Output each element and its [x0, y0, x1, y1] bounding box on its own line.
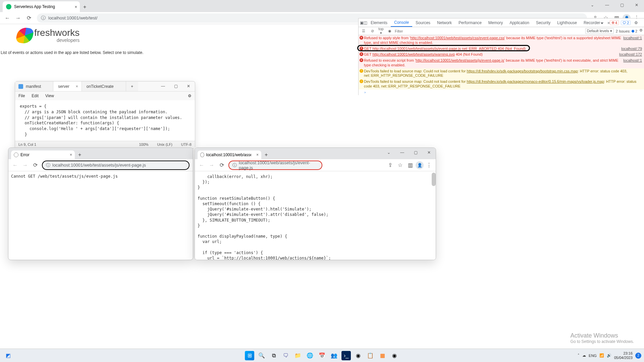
tab-lighthouse[interactable]: Lighthouse	[554, 18, 580, 27]
context-selector[interactable]: top ▾	[377, 27, 385, 35]
menu-view[interactable]: View	[45, 94, 54, 98]
taskview-icon[interactable]: ⧉	[269, 351, 278, 360]
sidebar-toggle-icon[interactable]: ☰	[360, 29, 367, 33]
editor-content[interactable]: exports = { // args is a JSON block cont…	[15, 100, 195, 141]
console-error-row[interactable]: ✕ Refused to apply style from 'http://lo…	[359, 35, 644, 46]
notification-badge[interactable]: 2	[635, 353, 641, 359]
dropdown-icon[interactable]: ⌄	[585, 0, 600, 10]
chat-icon[interactable]: 🗨	[281, 351, 290, 360]
tab-memory[interactable]: Memory	[485, 18, 506, 27]
maximize-icon[interactable]: ▢	[169, 81, 182, 91]
browser-tab-serverless[interactable]: Serverless App Testing ×	[3, 1, 80, 12]
console-filter-input[interactable]	[395, 29, 584, 33]
close-icon[interactable]: ×	[256, 153, 259, 157]
issues-badge[interactable]: 2 Issues: 2	[616, 28, 637, 34]
menu-file[interactable]: File	[18, 94, 25, 98]
tab-server[interactable]: server×	[53, 81, 82, 91]
chrome-icon[interactable]: ◉	[390, 351, 399, 360]
terminal-icon[interactable]: ›_	[341, 351, 351, 360]
wifi-icon[interactable]: 📶	[599, 353, 604, 358]
bookmark-icon[interactable]: ☆	[395, 161, 405, 170]
tab-sources[interactable]: Sources	[412, 18, 434, 27]
onedrive-icon[interactable]: ☁	[582, 353, 586, 358]
forward-button[interactable]: →	[13, 13, 23, 23]
minimize-icon[interactable]: —	[600, 0, 614, 10]
inspect-icon[interactable]: ◫	[364, 20, 367, 25]
maximize-icon[interactable]: ▢	[614, 0, 629, 10]
log-levels-selector[interactable]: Default levels ▾	[585, 28, 614, 34]
source-link[interactable]: localhost/:79	[621, 47, 642, 51]
kebab-icon[interactable]: ⋮	[641, 20, 644, 25]
console-error-row[interactable]: ✕ Refused to execute script from 'http:/…	[359, 58, 644, 68]
tab-performance[interactable]: Performance	[455, 18, 485, 27]
minimize-icon[interactable]: —	[157, 81, 169, 91]
tab-onticketcreate[interactable]: onTicketCreate	[82, 81, 126, 91]
system-clock[interactable]: 23:16 05/04/2023	[614, 351, 633, 359]
close-icon[interactable]: ×	[70, 153, 72, 157]
tab-manifest[interactable]: manifest	[15, 81, 53, 91]
tab-recorder[interactable]: Recorder 🞃	[580, 18, 607, 27]
info-icon[interactable]: ⓘ	[46, 162, 50, 168]
close-icon[interactable]: ✕	[629, 0, 644, 10]
tab-console[interactable]: Console	[391, 18, 412, 27]
reload-button[interactable]: ⟳	[24, 13, 34, 23]
tab-elements[interactable]: Elements	[367, 18, 391, 27]
url-bar[interactable]: ⓘ localhost:10001/web/assets/js/event-pa…	[228, 161, 322, 170]
browser-tab-js[interactable]: localhost:10001/web/assets/js/e ×	[198, 150, 261, 159]
file-explorer-icon[interactable]: 📁	[293, 351, 303, 360]
reload-button[interactable]: ⟳	[31, 161, 40, 170]
console-warn-row[interactable]: ! DevTools failed to load source map: Co…	[359, 68, 644, 79]
console-warn-row[interactable]: ! DevTools failed to load source map: Co…	[359, 79, 644, 89]
tab-network[interactable]: Network	[434, 18, 455, 27]
chevron-up-icon[interactable]: ˄	[578, 353, 580, 358]
close-icon[interactable]: ✕	[182, 81, 195, 91]
live-expression-icon[interactable]: ◉	[386, 29, 393, 33]
tab-security[interactable]: Security	[533, 18, 554, 27]
source-link[interactable]: localhost/:1	[623, 36, 642, 45]
back-button[interactable]: ←	[3, 13, 12, 23]
source-link[interactable]: localhost/:172	[619, 52, 642, 57]
gear-icon[interactable]: ⚙	[639, 28, 643, 34]
share-icon[interactable]: ⇪	[385, 161, 395, 170]
more-tabs-icon[interactable]: »	[607, 20, 610, 25]
scrollbar-thumb[interactable]	[432, 173, 436, 186]
device-toolbar-icon[interactable]: ▣	[360, 20, 364, 25]
menu-edit[interactable]: Edit	[32, 94, 39, 98]
chrome-icon[interactable]: ◉	[354, 351, 363, 360]
dropdown-icon[interactable]: ⌄	[382, 148, 395, 157]
close-icon[interactable]: ×	[74, 4, 77, 9]
maximize-icon[interactable]: ▢	[409, 148, 422, 157]
sidepanel-icon[interactable]: ▥	[406, 161, 415, 170]
close-icon[interactable]: ×	[76, 84, 78, 89]
message-count-badge[interactable]: 🗩2	[621, 20, 631, 25]
tab-application[interactable]: Application	[506, 18, 533, 27]
menu-icon[interactable]: ⋮	[424, 161, 434, 170]
info-icon[interactable]: ⓘ	[232, 162, 237, 168]
profile-avatar[interactable]: 👤	[416, 161, 424, 169]
url-bar[interactable]: ⓘ localhost:10001/web/test/assets/js/eve…	[42, 161, 190, 170]
widgets-icon[interactable]: ◩	[3, 351, 13, 360]
new-tab-button[interactable]: +	[261, 150, 271, 159]
gear-icon[interactable]: ⚙	[188, 94, 192, 98]
error-count-badge[interactable]: ⊗4	[610, 20, 619, 25]
app-icon[interactable]: ▦	[378, 351, 387, 360]
browser-tab-error[interactable]: Error ×	[11, 150, 75, 159]
info-icon[interactable]: ⓘ	[41, 15, 46, 21]
console-error-row[interactable]: ✕ GET http://localhost:10001/web/test/as…	[359, 52, 644, 58]
teams-icon[interactable]: 👥	[329, 351, 339, 360]
clear-console-icon[interactable]: ⊘	[369, 29, 376, 33]
new-tab-button[interactable]: +	[126, 81, 138, 91]
language-indicator[interactable]: ENG	[589, 354, 597, 358]
calendar-icon[interactable]: 📅	[317, 351, 327, 360]
source-link[interactable]: localhost/:1	[623, 58, 642, 68]
notepad-icon[interactable]: 📋	[366, 351, 375, 360]
reload-button[interactable]: ⟳	[217, 161, 226, 170]
console-prompt[interactable]: ›	[359, 89, 644, 96]
new-tab-button[interactable]: +	[75, 150, 85, 159]
volume-icon[interactable]: 🔊	[607, 353, 611, 358]
js-source-body[interactable]: callback(error, null, xhr); }); } functi…	[195, 171, 436, 260]
new-tab-button[interactable]: +	[80, 2, 90, 12]
minimize-icon[interactable]: —	[395, 148, 409, 157]
start-icon[interactable]: ⊞	[245, 351, 254, 360]
search-icon[interactable]: 🔍	[257, 351, 266, 360]
